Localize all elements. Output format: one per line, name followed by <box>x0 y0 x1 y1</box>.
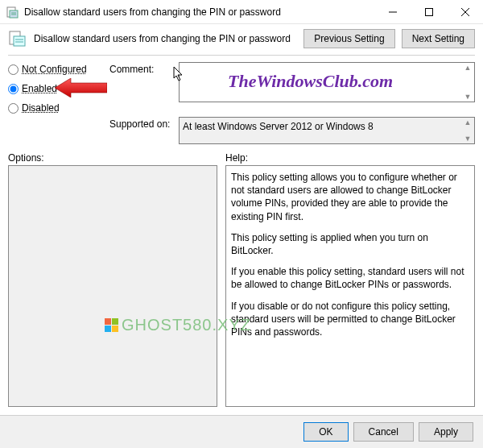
help-p3: If you enable this policy setting, stand… <box>231 265 469 291</box>
state-radio-group: Not Configured Enabled Disabled <box>8 62 105 114</box>
previous-setting-button[interactable]: Previous Setting <box>303 29 394 48</box>
apply-button[interactable]: Apply <box>419 422 473 442</box>
radio-not-configured-input[interactable] <box>8 64 19 75</box>
close-button[interactable] <box>447 0 483 23</box>
help-p2: This policy setting is applied when you … <box>231 231 469 257</box>
radio-disabled[interactable]: Disabled <box>8 102 105 114</box>
svg-rect-9 <box>14 36 25 46</box>
cancel-button[interactable]: Cancel <box>353 422 414 442</box>
ok-button[interactable]: OK <box>303 422 348 442</box>
policy-title: Disallow standard users from changing th… <box>34 33 297 44</box>
window-controls <box>374 0 483 23</box>
minimize-button[interactable] <box>374 0 411 23</box>
supported-textbox: At least Windows Server 2012 or Windows … <box>179 117 475 144</box>
policy-header: Disallow standard users from changing th… <box>8 29 475 48</box>
window-title: Disallow standard users from changing th… <box>24 6 374 18</box>
svg-rect-5 <box>425 8 432 15</box>
radio-enabled-label: Enabled <box>22 83 57 94</box>
radio-not-configured-label: Not Configured <box>22 64 87 75</box>
help-text: This policy setting allows you to config… <box>231 171 469 338</box>
next-setting-button[interactable]: Next Setting <box>402 29 475 48</box>
radio-disabled-label: Disabled <box>22 102 60 114</box>
radio-enabled[interactable]: Enabled <box>8 83 105 94</box>
radio-disabled-input[interactable] <box>8 103 19 114</box>
radio-enabled-input[interactable] <box>8 84 19 94</box>
supported-value: At least Windows Server 2012 or Windows … <box>183 121 374 132</box>
help-panel: This policy setting allows you to config… <box>225 165 475 407</box>
options-panel <box>8 165 217 407</box>
options-label: Options: <box>8 152 217 164</box>
comment-scroll[interactable]: ▲▼ <box>462 64 473 101</box>
supported-label: Supported on: <box>109 117 174 130</box>
policy-icon <box>6 6 19 19</box>
help-p4: If you disable or do not configure this … <box>231 300 469 339</box>
policy-icon-large <box>8 29 27 48</box>
separator <box>8 55 475 56</box>
comment-label: Comment: <box>109 62 174 75</box>
radio-not-configured[interactable]: Not Configured <box>8 64 105 75</box>
comment-textbox[interactable]: ▲▼ <box>179 62 475 102</box>
help-p1: This policy setting allows you to config… <box>231 171 469 223</box>
supported-scroll[interactable]: ▲▼ <box>462 118 473 143</box>
help-label: Help: <box>225 152 475 164</box>
maximize-button[interactable] <box>411 0 447 23</box>
dialog-footer: OK Cancel Apply <box>0 415 483 448</box>
titlebar: Disallow standard users from changing th… <box>0 0 483 24</box>
